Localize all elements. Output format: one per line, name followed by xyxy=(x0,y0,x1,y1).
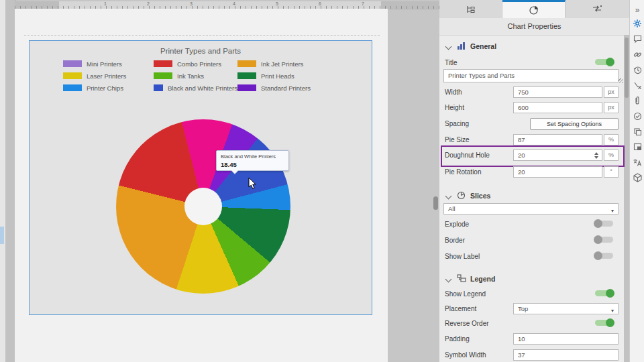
legend-label: Ink Tanks xyxy=(177,72,204,80)
reverse-order-label: Reverse Order xyxy=(445,320,489,327)
ruler-number: 4 xyxy=(233,1,235,6)
height-label: Height xyxy=(445,104,464,111)
legend-swatch xyxy=(63,84,82,91)
tooltip-value: 18.45 xyxy=(221,161,285,168)
chart-element[interactable]: Printer Types and Parts Mini PrintersCom… xyxy=(29,40,372,315)
symbol-width-input[interactable]: 37 xyxy=(513,349,619,361)
legend-swatch xyxy=(154,72,172,79)
placement-label: Placement xyxy=(445,305,476,312)
tab-interaction[interactable] xyxy=(566,0,629,18)
pointer-x-icon[interactable] xyxy=(630,78,644,92)
tooltip-series-name: Black and White Printers xyxy=(221,154,285,160)
properties-panel: Chart Properties General Title Printer T… xyxy=(439,0,629,362)
doughnut-hole-input[interactable]: 20 xyxy=(513,149,602,161)
resize-handle-icon[interactable] xyxy=(619,78,623,83)
settings-gear-icon[interactable] xyxy=(630,17,644,30)
show-label-toggle[interactable] xyxy=(595,253,613,259)
right-toolbar: » xyxy=(629,0,644,362)
width-row: Width 750 px xyxy=(439,86,624,99)
pie-chart-icon xyxy=(529,5,539,15)
padding-input[interactable]: 10 xyxy=(513,333,619,345)
stepper-arrows-icon[interactable] xyxy=(594,152,598,159)
left-scroll-thumb[interactable] xyxy=(0,227,4,244)
legend-swatch xyxy=(63,60,82,67)
placement-row: Placement Top ▾ xyxy=(439,303,624,315)
legend-swatch xyxy=(237,84,256,91)
placement-dropdown[interactable]: Top ▾ xyxy=(513,303,619,314)
chart-title: Printer Types and Parts xyxy=(30,47,372,55)
chevron-down-icon xyxy=(445,193,452,200)
legend-item: Black and White Printers xyxy=(154,84,237,91)
chart-legend: Mini PrintersCombo PrintersInk Jet Print… xyxy=(63,60,338,91)
vertical-ruler xyxy=(5,0,15,362)
height-row: Height 600 px xyxy=(439,102,624,114)
doughnut-hole-unit: % xyxy=(604,149,619,161)
pie-rotation-label: Pie Rotation xyxy=(445,168,481,176)
explode-toggle[interactable] xyxy=(595,221,613,227)
set-spacing-options-button[interactable]: Set Spacing Options xyxy=(530,118,619,130)
translate-icon[interactable] xyxy=(630,156,644,169)
section-legend[interactable]: Legend xyxy=(439,274,619,285)
margin-guide xyxy=(24,35,380,36)
panel-title: Chart Properties xyxy=(439,18,629,36)
report-page[interactable]: Printer Types and Parts Mini PrintersCom… xyxy=(15,9,388,362)
symbol-width-label: Symbol Width xyxy=(445,351,486,359)
show-legend-toggle[interactable] xyxy=(595,290,613,296)
ruler-number: 1 xyxy=(104,1,107,6)
tab-chart-properties[interactable] xyxy=(502,0,566,18)
toggle-knob xyxy=(606,318,614,327)
padding-row: Padding 10 xyxy=(439,333,624,345)
panel-scrollbar[interactable] xyxy=(624,35,629,362)
history-icon[interactable] xyxy=(630,63,644,76)
width-input[interactable]: 750 xyxy=(513,86,602,98)
section-general[interactable]: General xyxy=(439,42,619,52)
border-label: Border xyxy=(445,237,465,244)
legend-label: Mini Printers xyxy=(87,60,122,68)
cube-icon[interactable] xyxy=(630,171,644,184)
legend-item: Standard Printers xyxy=(237,84,338,91)
bar-chart-icon xyxy=(457,42,466,50)
check-circle-icon[interactable] xyxy=(630,109,644,123)
section-general-label: General xyxy=(470,42,496,50)
panel-scrollbar-thumb[interactable] xyxy=(625,38,629,98)
pie-size-input[interactable]: 87 xyxy=(513,134,602,145)
spacing-label: Spacing xyxy=(445,120,469,127)
legend-item: Ink Jet Printers xyxy=(237,60,338,67)
reverse-order-toggle[interactable] xyxy=(595,320,613,326)
show-legend-label: Show Legend xyxy=(445,290,486,298)
show-label-row: Show Label xyxy=(439,251,624,263)
paperclip-icon[interactable] xyxy=(630,94,644,107)
tab-structure[interactable] xyxy=(439,0,502,18)
chart-title-input[interactable]: Printer Types and Parts xyxy=(443,69,619,82)
legend-swatch xyxy=(237,60,256,67)
title-row: Title xyxy=(439,57,624,69)
symbol-width-row: Symbol Width 37 xyxy=(439,349,624,361)
slice-selector-row: All ▾ xyxy=(439,203,624,215)
legend-label: Laser Printers xyxy=(87,72,126,80)
section-slices[interactable]: Slices xyxy=(439,191,619,202)
border-toggle[interactable] xyxy=(595,237,613,243)
spacing-row: Spacing Set Spacing Options xyxy=(439,118,624,130)
structure-tree-icon xyxy=(466,5,476,13)
ruler-number: 7 xyxy=(362,1,364,6)
doughnut-hole-label: Doughnut Hole xyxy=(445,152,490,159)
ruler-number: 2 xyxy=(147,1,150,6)
chevron-down-icon: ▾ xyxy=(611,306,614,316)
collapse-panel-icon[interactable]: » xyxy=(630,3,644,17)
pie-rotation-input[interactable]: 20 xyxy=(513,166,602,178)
pie-rotation-row: Pie Rotation 20 ° xyxy=(439,166,624,178)
panel-layout-icon[interactable] xyxy=(630,140,644,154)
legend-swatch xyxy=(154,84,163,91)
title-toggle[interactable] xyxy=(595,59,613,65)
link-icon[interactable] xyxy=(630,48,644,61)
comment-icon[interactable] xyxy=(630,32,644,46)
title-label: Title xyxy=(445,59,458,66)
slice-selector-dropdown[interactable]: All ▾ xyxy=(443,203,619,215)
show-legend-row: Show Legend xyxy=(439,288,624,300)
canvas-scrollbar-thumb[interactable] xyxy=(433,196,438,210)
height-input[interactable]: 600 xyxy=(513,102,602,113)
chart-tooltip: Black and White Printers 18.45 xyxy=(216,150,289,171)
section-slices-label: Slices xyxy=(470,192,490,200)
show-label-label: Show Label xyxy=(445,253,480,260)
copy-icon[interactable] xyxy=(630,125,644,138)
